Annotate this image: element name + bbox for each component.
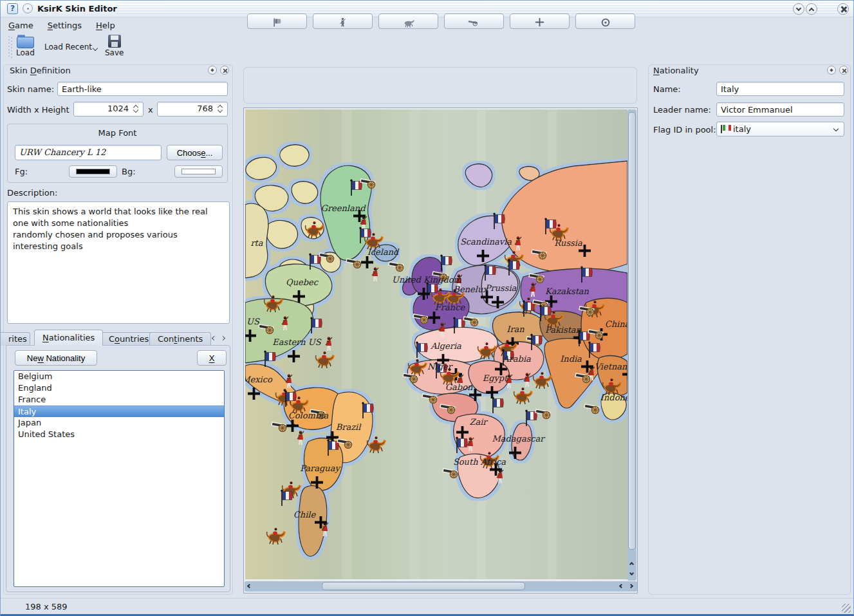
bg-label: Bg: — [122, 167, 136, 176]
country-label: US — [246, 317, 260, 326]
bg-color-button[interactable] — [174, 165, 223, 178]
country-label: India — [560, 354, 582, 364]
tab-scroll-right[interactable] — [220, 333, 229, 344]
width-value: 1024 — [107, 104, 129, 113]
flag-icon — [272, 17, 283, 28]
status-size-text: 198 x 589 — [25, 602, 68, 611]
toolbar-handle[interactable] — [8, 36, 12, 58]
chevron-right-icon — [629, 584, 633, 588]
fg-color-button[interactable] — [69, 165, 117, 178]
flag-id-combobox[interactable]: italy — [716, 122, 844, 136]
width-spinbox[interactable]: 1024 — [73, 102, 144, 117]
country-label: Mexico — [245, 375, 273, 384]
list-item[interactable]: England — [14, 382, 224, 394]
country-label: Vietnam — [595, 362, 627, 371]
maximize-button[interactable] — [806, 3, 817, 15]
chevron-down-icon — [796, 6, 801, 11]
list-item[interactable]: Japan — [14, 417, 224, 429]
list-item[interactable]: Belgium — [14, 371, 224, 382]
center-target-button[interactable] — [575, 14, 635, 29]
folder-icon — [17, 35, 33, 48]
app-window: ? KsirK Skin Editor Game Settings Help L… — [0, 0, 854, 616]
scroll-left-button[interactable] — [245, 582, 254, 591]
load-recent-label: Load Recent — [44, 42, 92, 51]
country-label: Scandinavia — [460, 237, 512, 247]
tab-continents[interactable]: Continents — [149, 332, 211, 346]
tab-sprites[interactable]: rites — [1, 332, 30, 346]
country-label: France — [435, 303, 466, 312]
resize-grip[interactable] — [842, 604, 851, 613]
map-frame: GreenlandIcelandrtaQuebecUSEastern USMex… — [243, 107, 638, 593]
place-cavalry-button[interactable] — [378, 14, 438, 29]
chevron-down-icon — [93, 46, 98, 51]
list-item[interactable]: United States — [14, 429, 224, 440]
country-label: Greenland — [321, 203, 367, 213]
close-button[interactable] — [837, 3, 849, 15]
name-input[interactable]: Italy — [716, 82, 844, 96]
floppy-icon — [108, 35, 121, 48]
font-display-field: URW Chancery L 12 — [15, 145, 162, 160]
float-dock-button[interactable] — [208, 66, 217, 75]
window-title: KsirK Skin Editor — [37, 4, 117, 14]
tab-nationalities[interactable]: Nationalities — [34, 330, 103, 346]
horizontal-scrollbar-thumb[interactable] — [322, 582, 525, 590]
add-anchor-button[interactable] — [510, 14, 570, 29]
dock-tabbar: rites Nationalities Countries Continents — [1, 330, 232, 346]
italy-flag-icon — [721, 125, 731, 133]
height-spinbox[interactable]: 768 — [157, 102, 228, 117]
scroll-up-button[interactable] — [627, 560, 636, 569]
load-button[interactable]: Load — [14, 33, 37, 59]
skin-name-input[interactable]: Earth-like — [57, 82, 228, 96]
titlebar-stripes — [116, 2, 849, 15]
chevron-up-icon — [809, 8, 814, 13]
country-label: Brazil — [336, 422, 362, 432]
country-label: Iceland — [367, 247, 400, 257]
list-item[interactable]: France — [14, 394, 224, 406]
map-view[interactable]: GreenlandIcelandrtaQuebecUSEastern USMex… — [245, 109, 627, 579]
vertical-scrollbar-thumb[interactable] — [628, 112, 636, 550]
size-label: Width x Height — [7, 105, 70, 115]
place-cannon-button[interactable] — [444, 14, 504, 29]
new-nationality-button[interactable]: New Nationality — [15, 350, 97, 366]
close-dock-button[interactable] — [220, 66, 229, 75]
scroll-left-button-2[interactable] — [617, 582, 626, 591]
country-label: South Africa — [453, 457, 506, 467]
close-dock-button[interactable] — [839, 66, 848, 75]
delete-nationality-button[interactable]: X — [197, 350, 227, 366]
save-button[interactable]: Save — [102, 33, 126, 59]
spin-arrows-icon[interactable] — [217, 104, 225, 115]
place-infantry-button[interactable] — [313, 14, 373, 29]
country-label: Quebec — [286, 277, 319, 287]
help-icon[interactable]: ? — [7, 3, 18, 14]
minimize-button[interactable] — [793, 3, 804, 15]
nationalities-list[interactable]: BelgiumEnglandFranceItalyJapanUnited Sta… — [14, 370, 225, 587]
scroll-right-button[interactable] — [627, 582, 636, 591]
menu-settings[interactable]: Settings — [41, 19, 88, 32]
float-dock-button[interactable] — [827, 66, 836, 75]
bg-swatch — [181, 169, 216, 174]
map-font-legend: Map Font — [8, 128, 227, 138]
country-label: Kazakstan — [545, 286, 589, 296]
country-label: Pakistan — [545, 325, 582, 335]
height-value: 768 — [197, 104, 213, 113]
tab-scroll-left[interactable] — [210, 333, 219, 344]
chevron-up-icon — [629, 562, 634, 566]
app-icon[interactable] — [23, 3, 33, 14]
flag-id-label: Flag ID in pool: — [653, 125, 716, 135]
list-item[interactable]: Italy — [14, 406, 224, 417]
leader-name-input[interactable]: Victor Emmanuel — [716, 102, 844, 117]
plus-icon — [534, 17, 545, 28]
menu-game[interactable]: Game — [2, 19, 40, 32]
place-flag-button[interactable] — [247, 14, 307, 29]
country-label: rta — [250, 238, 263, 248]
menu-help[interactable]: Help — [89, 19, 122, 32]
load-recent-button[interactable]: Load Recent — [42, 41, 100, 53]
chevron-down-icon — [629, 571, 634, 575]
vertical-scrollbar[interactable] — [627, 109, 636, 581]
scroll-down-button[interactable] — [627, 569, 636, 578]
country-label: Madagascar — [492, 434, 545, 443]
description-textarea[interactable]: This skin shows a world that looks like … — [7, 201, 230, 324]
spin-arrows-icon[interactable] — [133, 104, 140, 115]
horizontal-scrollbar[interactable] — [245, 581, 637, 592]
choose-font-button[interactable]: Choose... — [167, 145, 223, 160]
